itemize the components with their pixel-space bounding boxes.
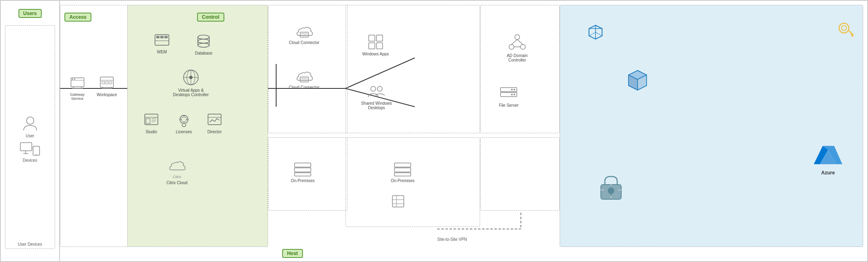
users-panel: Users User Devices [1, 1, 60, 261]
wem-icon [154, 34, 170, 48]
host-section-label: Host [282, 249, 303, 258]
workspace-icon [100, 76, 114, 91]
host-panel-left: On-Premises [268, 137, 348, 211]
file-server-label: File Server [499, 103, 518, 108]
svg-point-56 [72, 79, 73, 80]
svg-rect-42 [146, 119, 150, 123]
svg-rect-97 [394, 168, 411, 172]
svg-point-92 [511, 94, 513, 95]
host-panel-right [480, 137, 560, 211]
shared-desktops-component: Shared Windows Desktops [358, 85, 395, 110]
on-premises-2-component: On-Premises [391, 162, 414, 183]
vpn-label: Site-to-Site VPN [437, 237, 467, 242]
cloud-connector-2-icon [295, 70, 313, 84]
svg-rect-78 [376, 43, 383, 49]
gateway-icon [70, 76, 85, 91]
cloud-connectors-panel: Cloud Connector Cloud Connector [268, 5, 348, 133]
file-server-icon [500, 87, 518, 101]
cube-main-component [625, 68, 650, 93]
key-icon [838, 22, 855, 42]
svg-point-83 [520, 44, 525, 49]
svg-point-79 [371, 86, 376, 91]
svg-point-81 [515, 35, 520, 40]
database-icon [197, 34, 210, 49]
on-premises-1-component: On-Premises [291, 162, 314, 183]
control-panel: Control WEM [127, 5, 268, 247]
cube-top-component [587, 24, 604, 42]
wem-component: WEM [154, 34, 170, 54]
svg-rect-93 [294, 163, 311, 167]
svg-rect-52 [208, 114, 221, 125]
svg-point-34 [198, 39, 209, 43]
cloud-connector-1-label: Cloud Connector [289, 40, 319, 45]
svg-rect-94 [294, 168, 311, 172]
vpn-lock-icon [599, 174, 623, 201]
studio-component: Studio [144, 113, 159, 134]
shared-desktops-icon [368, 85, 385, 99]
main-diagram: Users User Devices [0, 0, 868, 262]
cloud-connector-2-label: Cloud Connector [289, 85, 319, 90]
controller-icon [182, 68, 200, 86]
windows-apps-label: Windows Apps [362, 52, 389, 56]
svg-rect-72 [300, 77, 308, 82]
svg-rect-26 [156, 36, 159, 38]
svg-rect-68 [109, 81, 112, 84]
cloud-connector-1-icon [295, 26, 313, 39]
on-premises-1-icon [294, 162, 312, 177]
svg-rect-98 [394, 173, 411, 176]
user-devices-area: User Devices User Devices [5, 25, 55, 249]
cloud-connector-1-component: Cloud Connector [289, 26, 319, 45]
firewall-icon [391, 195, 405, 209]
ad-domain-icon [508, 34, 526, 52]
workspace-label: Workspace [97, 92, 117, 97]
svg-point-30 [198, 35, 209, 39]
svg-rect-27 [160, 36, 164, 38]
diagram-area: Access Control WEM [60, 1, 867, 261]
svg-line-106 [589, 32, 596, 36]
cube-top-icon [587, 24, 604, 42]
windows-apps-icon [368, 34, 384, 50]
on-premises-2-icon [394, 162, 412, 177]
gateway-service-component: Gateway Service [64, 76, 91, 101]
svg-rect-40 [145, 114, 158, 125]
svg-point-114 [839, 23, 849, 33]
studio-icon [144, 113, 159, 128]
licenses-icon [177, 113, 191, 128]
svg-point-89 [514, 89, 515, 90]
gateway-service-label: Gateway Service [64, 92, 91, 101]
licenses-label: Licenses [176, 130, 192, 134]
devices-label: Devices [23, 158, 38, 163]
svg-point-91 [511, 89, 513, 90]
ad-controller-label: AD Domain Controller [499, 53, 536, 62]
azure-icon [814, 144, 842, 168]
svg-rect-66 [102, 81, 104, 84]
citrix-cloud-icon [168, 160, 186, 173]
svg-point-47 [182, 117, 186, 122]
svg-point-0 [27, 117, 34, 124]
director-icon [207, 113, 222, 128]
svg-point-33 [198, 43, 209, 47]
ad-panel: AD Domain Controller File Server [480, 5, 560, 133]
key-component [838, 22, 855, 42]
citrix-cloud-component: Citrix Citrix Cloud [166, 160, 188, 185]
svg-rect-61 [100, 77, 113, 88]
svg-point-82 [509, 44, 514, 49]
wem-label: WEM [157, 50, 167, 54]
svg-line-107 [596, 32, 602, 36]
svg-point-57 [74, 79, 75, 80]
shared-desktops-label: Shared Windows Desktops [358, 101, 395, 110]
svg-rect-99 [392, 196, 404, 207]
on-premises-1-label: On-Premises [291, 178, 314, 183]
svg-point-120 [608, 187, 614, 194]
controller-component: Virtual Apps & Desktops Controller [170, 68, 211, 97]
azure-panel: Azure [560, 5, 863, 247]
svg-rect-28 [164, 36, 168, 38]
workspace-component: Workspace [97, 76, 117, 97]
user-icon [23, 116, 38, 132]
svg-rect-1 [20, 143, 32, 151]
citrix-cloud-label: Citrix Cloud [166, 181, 188, 185]
svg-rect-95 [294, 173, 311, 176]
svg-rect-77 [369, 43, 375, 49]
access-section-label: Access [64, 13, 91, 22]
director-label: Director [207, 130, 221, 134]
